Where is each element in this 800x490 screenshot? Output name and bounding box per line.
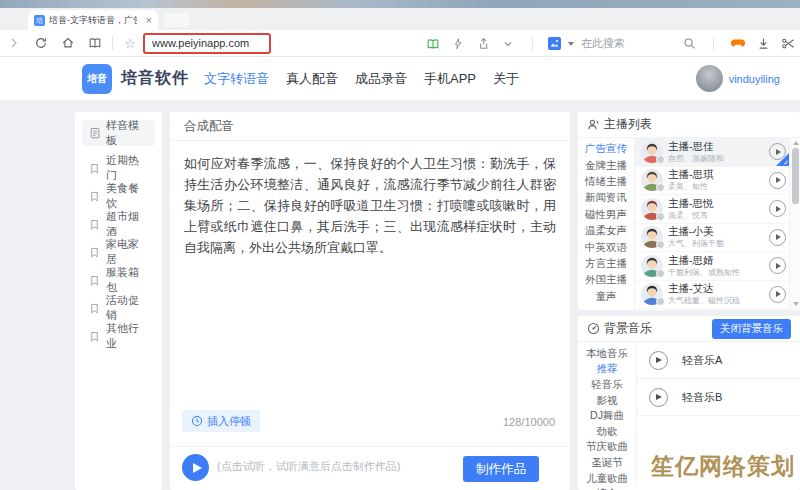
share-icon[interactable] <box>474 35 492 53</box>
nav-text-to-speech[interactable]: 文字转语音 <box>204 70 269 88</box>
nav-real-voice[interactable]: 真人配音 <box>286 70 338 88</box>
anchor-row[interactable]: 主播-思琪 柔美、知性 <box>635 167 789 196</box>
anchor-desc: 自然、温婉随和 <box>668 153 764 164</box>
sidebar-item-supermarket[interactable]: 超市烟酒 <box>75 210 162 238</box>
music-cat-children[interactable]: 儿童歌曲 <box>578 471 636 487</box>
home-icon[interactable] <box>59 34 77 52</box>
composer-divider <box>170 446 570 447</box>
sidebar-item-appliances[interactable]: 家电家居 <box>75 238 162 266</box>
music-cat-film[interactable]: 影视 <box>578 393 636 409</box>
track-row[interactable]: 轻音乐B <box>637 379 800 416</box>
anchor-cat-emotion[interactable]: 情绪主播 <box>578 174 634 190</box>
anchor-cat-bilingual[interactable]: 中英双语 <box>578 239 634 255</box>
toolbar-divider <box>112 36 113 50</box>
anchor-avatar <box>641 255 663 277</box>
anchor-cat-dialect[interactable]: 方言主播 <box>578 256 634 272</box>
play-icon <box>656 394 662 400</box>
app-name: 培音软件 <box>121 68 189 89</box>
download-icon[interactable] <box>754 35 772 53</box>
scroll-up-icon[interactable] <box>793 141 799 145</box>
anchor-cat-child[interactable]: 童声 <box>578 289 634 305</box>
music-cat-mixed[interactable]: 综合 <box>578 486 636 490</box>
nav-about[interactable]: 关于 <box>493 70 519 88</box>
bookmark-icon <box>89 247 100 258</box>
scroll-down-icon[interactable] <box>793 302 799 306</box>
sidebar-item-promotions[interactable]: 活动促销 <box>75 294 162 322</box>
medal-badge-icon <box>656 269 665 278</box>
anchor-row[interactable]: 主播-思悦 温柔、悦耳 <box>635 195 789 224</box>
reading-list-icon[interactable] <box>86 34 104 52</box>
search-engine-caret-icon[interactable] <box>568 42 574 46</box>
track-play-button[interactable] <box>649 388 668 407</box>
make-work-button[interactable]: 制作作品 <box>463 456 539 482</box>
play-icon <box>656 357 662 363</box>
music-cat-christmas[interactable]: 圣诞节 <box>578 455 636 471</box>
anchor-row[interactable]: 主播-小美 大气、利落干脆 <box>635 224 789 253</box>
anchor-name: 主播-思佳 <box>668 140 764 153</box>
char-counter: 128/10000 <box>503 416 555 428</box>
anchor-play-button[interactable] <box>769 200 786 217</box>
scrollbar-thumb[interactable] <box>792 148 799 204</box>
music-cat-dj[interactable]: DJ舞曲 <box>578 408 636 424</box>
browser-toolbar: ☆ www.peiyinapp.com 在此搜索 <box>0 30 800 57</box>
music-cat-local[interactable]: 本地音乐 <box>578 346 636 362</box>
sidebar-item-food[interactable]: 美食餐饮 <box>75 182 162 210</box>
bookmark-icon <box>89 331 100 342</box>
music-cat-recommended[interactable]: 推荐 <box>578 362 636 378</box>
search-icon[interactable] <box>680 35 698 53</box>
preview-play-button[interactable] <box>182 454 209 481</box>
new-tab-button[interactable] <box>164 13 190 27</box>
anchor-cat-foreign[interactable]: 外国主播 <box>578 272 634 288</box>
anchor-cat-female[interactable]: 温柔女声 <box>578 223 634 239</box>
anchor-row[interactable]: 主播-思佳 自然、温婉随和 ✓ <box>635 138 789 167</box>
anchor-avatar <box>641 169 663 191</box>
composer-textarea[interactable]: 如何应对春季流感，一、保持良好的个人卫生习惯：勤洗手，保持生活办公环境整洁、通风… <box>170 141 570 270</box>
anchor-desc: 柔美、知性 <box>668 181 764 192</box>
app-logo[interactable]: 培音 <box>82 64 112 94</box>
anchor-cat-gold[interactable]: 金牌主播 <box>578 157 634 173</box>
anchor-cat-news[interactable]: 新闻资讯 <box>578 190 634 206</box>
anchor-play-button[interactable] <box>769 172 786 189</box>
anchor-row[interactable]: 主播-思婧 干脆利落、成熟知性 <box>635 252 789 281</box>
sidebar-item-other[interactable]: 其他行业 <box>75 322 162 350</box>
forward-icon[interactable] <box>5 34 23 52</box>
browser-tab[interactable]: 培音 培音-文字转语音，广告配音软 × <box>28 10 158 30</box>
anchor-cat-male[interactable]: 磁性男声 <box>578 207 634 223</box>
chevron-down-icon[interactable] <box>499 35 517 53</box>
music-cat-festival[interactable]: 节庆歌曲 <box>578 440 636 456</box>
anchor-info: 主播-艾达 大气稳重、磁性沉稳 <box>668 282 764 306</box>
sidebar-item-recent-hot[interactable]: 近期热门 <box>75 154 162 182</box>
game-center-icon[interactable] <box>729 35 747 53</box>
play-icon <box>776 206 781 212</box>
anchor-play-button[interactable] <box>769 229 786 246</box>
sidebar-item-label: 近期热门 <box>106 153 148 183</box>
template-icon <box>89 127 101 139</box>
close-bgm-button[interactable]: 关闭背景音乐 <box>712 319 791 339</box>
reader-mode-icon[interactable] <box>424 35 442 53</box>
search-engine-icon[interactable] <box>548 37 561 50</box>
music-cat-uptempo[interactable]: 劲歌 <box>578 424 636 440</box>
nav-mobile-app[interactable]: 手机APP <box>424 70 476 88</box>
screenshot-scissors-icon[interactable] <box>779 35 797 53</box>
track-row[interactable]: 轻音乐A <box>637 342 800 379</box>
address-bar[interactable]: www.peiyinapp.com <box>143 33 271 54</box>
refresh-icon[interactable] <box>32 34 50 52</box>
music-categories: 本地音乐 推荐 轻音乐 影视 DJ舞曲 劲歌 节庆歌曲 圣诞节 儿童歌曲 综合 <box>578 342 637 486</box>
anchor-row[interactable]: 主播-艾达 大气稳重、磁性沉稳 <box>635 281 789 310</box>
user-account[interactable]: vinduyiling <box>696 57 780 100</box>
music-cat-light[interactable]: 轻音乐 <box>578 377 636 393</box>
anchor-info: 主播-小美 大气、利落干脆 <box>668 225 764 249</box>
anchor-scrollbar[interactable] <box>789 138 800 309</box>
anchor-play-button[interactable] <box>769 286 786 303</box>
track-play-button[interactable] <box>649 351 668 370</box>
tab-close-icon[interactable]: × <box>146 15 152 26</box>
bookmark-star-icon[interactable]: ☆ <box>121 34 139 52</box>
sidebar-header-templates[interactable]: 样音模板 <box>82 120 155 146</box>
nav-finished-recordings[interactable]: 成品录音 <box>355 70 407 88</box>
anchor-play-button[interactable] <box>769 257 786 274</box>
anchor-cat-ads[interactable]: 广告宣传 <box>578 141 634 157</box>
flash-block-icon[interactable] <box>449 35 467 53</box>
search-input[interactable]: 在此搜索 <box>581 36 673 51</box>
sidebar-item-clothing[interactable]: 服装箱包 <box>75 266 162 294</box>
insert-pause-button[interactable]: 插入停顿 <box>182 410 260 432</box>
